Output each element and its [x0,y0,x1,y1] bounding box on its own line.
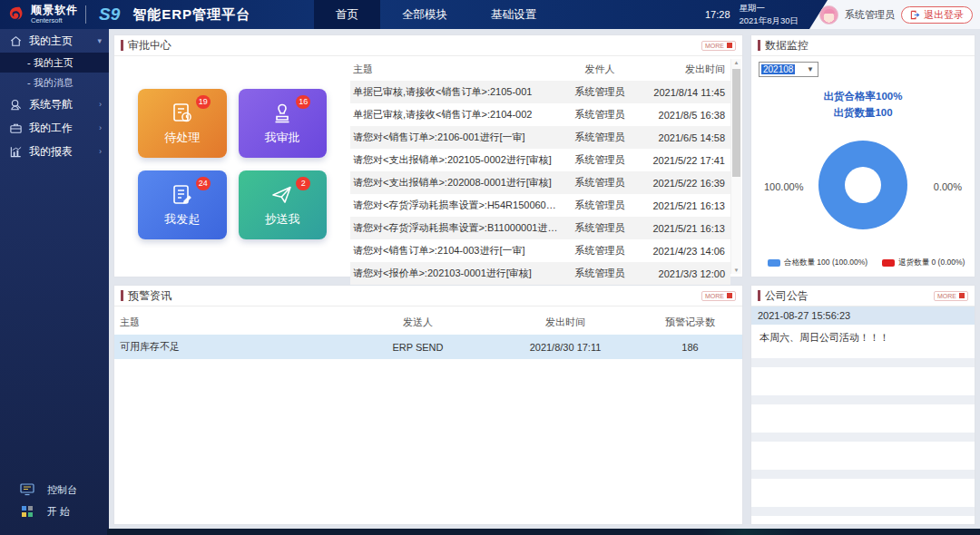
top-nav: 首页 全部模块 基础设置 [314,0,558,29]
col-header-count: 预警记录数 [638,316,742,329]
tile-cc-to-me[interactable]: 2 抄送我 [239,170,328,239]
table-row[interactable]: 请您对<销售订单>:2106-001进行[一审] 系统管理员 2021/6/5 … [350,126,730,149]
weekday: 星期一 [740,3,766,13]
row-time: 2021/8/14 11:45 [642,87,730,98]
col-header-sender: 发件人 [558,63,642,76]
console-icon [20,483,34,496]
scrollbar-thumb[interactable] [732,69,740,177]
row-time: 2021/4/23 14:06 [642,246,730,257]
alerts-rows: 可用库存不足 ERP SEND 2021/8/30 17:11 186 [114,335,742,359]
row-time: 2021/3/3 12:00 [642,268,730,279]
tile-my-approvals[interactable]: 16 我审批 [239,89,328,158]
donut-left-label: 100.00% [764,181,803,192]
table-row[interactable]: 单据已审核,请接收<销售订单>:2105-001 系统管理员 2021/8/14… [350,81,730,103]
announcements-title: 公司公告 [758,288,808,304]
nav-tab-basic-settings[interactable]: 基础设置 [469,0,558,29]
approval-table-scrollbar[interactable] [730,59,741,274]
announcement-content: 本周六、周日公司活动！！！ [751,325,975,358]
tile-pending[interactable]: 19 待处理 [138,89,227,158]
row-sender: ERP SEND [343,342,493,353]
nav-tab-home[interactable]: 首页 [314,0,380,29]
col-header-subject: 主题 [114,316,343,329]
announcement-placeholder [751,404,975,433]
user-avatar[interactable] [819,5,838,24]
sidebar-group-system-nav[interactable]: 系统导航 › [0,92,109,116]
send-icon [270,183,294,207]
donut-chart: 100.00% 0.00% [759,122,967,258]
caption-line2: 出货数量100 [833,107,892,118]
alerts-title: 预警资讯 [121,288,172,304]
approval-table: 主题 发件人 发出时间 单据已审核,请接收<销售订单>:2105-001 系统管… [350,56,730,277]
row-subject: 请您对<销售订单>:2106-001进行[一审] [350,131,558,144]
sidebar-item-my-home[interactable]: - 我的主页 [0,53,109,73]
approval-more-button[interactable]: MORE [701,41,736,51]
row-subject: 请您对<报价单>:202103-0001进行[审核] [350,267,558,280]
taskbar-strip [107,529,980,535]
sidebar-group-my-reports[interactable]: 我的报表 › [0,140,109,163]
approval-rows: 单据已审核,请接收<销售订单>:2105-001 系统管理员 2021/8/14… [350,81,730,285]
legend-label: 退货数量 0 (0.00%) [898,258,965,268]
data-monitor-title: 数据监控 [758,38,808,54]
row-sender: 系统管理员 [558,221,642,235]
alerts-table: 主题 发送人 发出时间 预警记录数 可用库存不足 ERP SEND 2021/8… [114,306,742,359]
start-icon [20,505,34,518]
logout-button[interactable]: 退出登录 [901,6,973,24]
start-label: 开 始 [47,505,70,519]
logout-icon [910,10,920,20]
chart-legend: 合格数量 100 (100.00%) 退货数量 0 (0.00%) [759,258,967,273]
row-subject: 请您对<销售订单>:2104-003进行[一审] [350,244,558,258]
table-row[interactable]: 请您对<销售订单>:2104-003进行[一审] 系统管理员 2021/4/23… [350,239,730,262]
table-row[interactable]: 请您对<支出报销单>:202008-0001进行[审核] 系统管理员 2021/… [350,171,730,194]
caption-line1: 出货合格率100% [824,91,903,102]
legend-swatch-pass [768,259,780,267]
sidebar-group-my-work[interactable]: 我的工作 › [0,116,109,140]
chevron-right-icon: › [99,123,102,132]
alerts-more-button[interactable]: MORE [701,291,736,301]
sidebar: 我的主页 ▾ - 我的主页 - 我的消息 系统导航 › 我的工作 › 我的报表 … [0,29,109,535]
approval-center-title: 审批中心 [121,38,172,54]
start-button[interactable]: 开 始 [0,501,109,522]
sidebar-item-label: 我的主页 [34,57,74,68]
table-row[interactable]: 请您对<支出报销单>:202105-0002进行[审核] 系统管理员 2021/… [350,149,730,171]
navigation-icon [9,98,23,112]
console-button[interactable]: 控制台 [0,479,109,501]
table-row[interactable]: 单据已审核,请接收<销售订单>:2104-002 系统管理员 2021/8/5 … [350,103,730,126]
nav-tab-all-modules[interactable]: 全部模块 [380,0,469,29]
table-row[interactable]: 可用库存不足 ERP SEND 2021/8/30 17:11 186 [114,335,742,359]
sidebar-item-my-messages[interactable]: - 我的消息 [0,73,109,92]
col-header-time: 发出时间 [493,316,638,329]
row-time: 2021/5/22 17:41 [642,155,730,166]
sidebar-group-label: 我的主页 [29,34,73,49]
table-row[interactable]: 请您对<存货浮动耗损率设置>:H54R15006002进行[审核] 系统管理员 … [350,194,730,217]
sidebar-group-label: 系统导航 [29,97,73,112]
donut-right-label: 0.00% [934,181,962,192]
col-header-time: 发出时间 [642,63,730,76]
row-time: 2021/6/5 14:58 [642,132,730,143]
col-header-sender: 发送人 [343,316,493,329]
erp-dashboard: 顺景软件 Centersoft S9 智能ERP管理平台 首页 全部模块 基础设… [0,0,980,535]
s9-logo: S9 [99,5,120,24]
alerts-header: 预警资讯 MORE [114,286,742,306]
more-label: MORE [937,293,956,299]
col-header-subject: 主题 [350,63,558,76]
tile-initiated-by-me[interactable]: 24 我发起 [138,170,227,239]
shunjing-swirl-logo-icon [5,5,25,24]
sidebar-group-my-home[interactable]: 我的主页 ▾ [0,29,109,53]
clock-time: 17:28 [705,9,730,20]
announcement-item[interactable]: 2021-08-27 15:56:23 本周六、周日公司活动！！！ [751,306,975,358]
data-monitor-header: 数据监控 [751,35,975,56]
announcements-more-button[interactable]: MORE [934,291,968,301]
sidebar-item-label: 我的消息 [34,77,74,88]
row-count: 186 [638,342,742,353]
row-subject: 请您对<支出报销单>:202008-0001进行[审核] [350,176,558,190]
row-subject: 可用库存不足 [114,340,343,354]
period-select[interactable]: 202108 ▼ [759,62,818,77]
row-sender: 系统管理员 [558,199,642,212]
table-row[interactable]: 请您对<存货浮动耗损率设置>:B11000001进行[审核] 系统管理员 202… [350,217,730,239]
clock-zone: 17:28 星期一 2021年8月30日 [705,2,799,27]
donut-ring [818,141,907,229]
announcement-items: 2021-08-27 15:56:23 本周六、周日公司活动！！！ [751,306,975,358]
more-icon [959,293,965,298]
table-row[interactable]: 请您对<报价单>:202103-0001进行[审核] 系统管理员 2021/3/… [350,262,730,285]
row-subject: 请您对<存货浮动耗损率设置>:H54R15006002进行[审核] [350,199,558,212]
